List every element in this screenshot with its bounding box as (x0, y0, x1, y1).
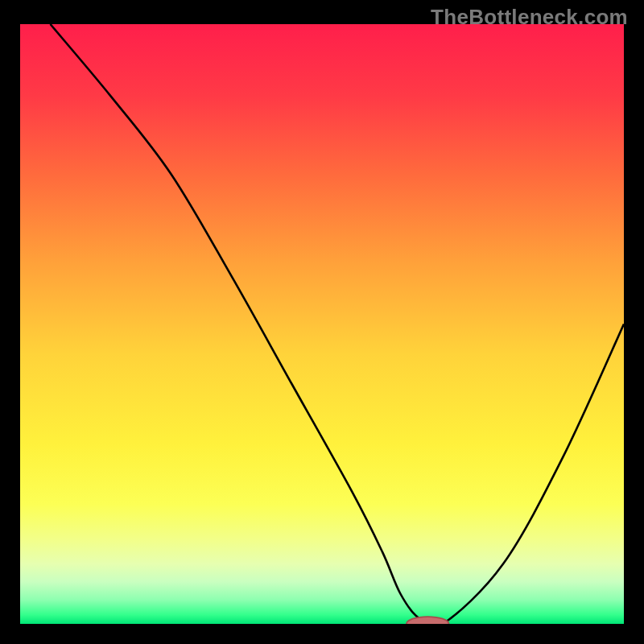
chart-frame: TheBottleneck.com (0, 0, 644, 644)
bottleneck-chart (20, 24, 624, 624)
gradient-background (20, 24, 624, 624)
